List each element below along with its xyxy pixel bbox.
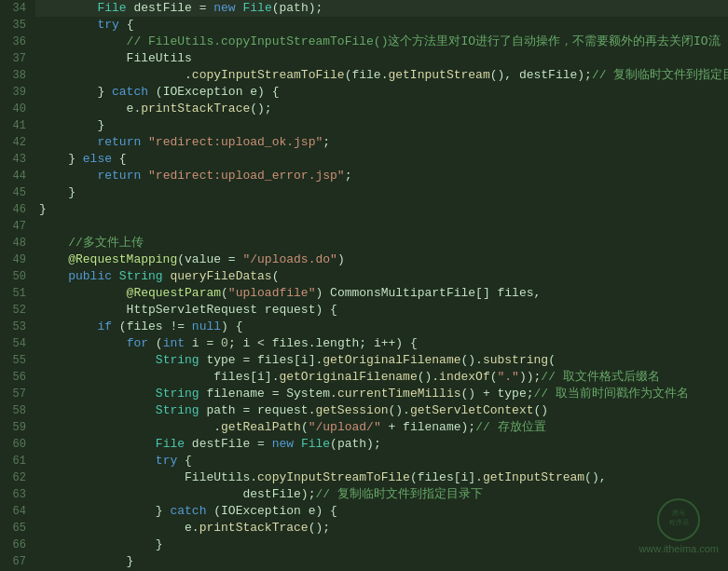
table-row: 34 File destFile = new File(path);: [0, 0, 728, 17]
line-number: 55: [0, 352, 35, 369]
code-line-content: }: [35, 184, 728, 201]
line-number: 38: [0, 67, 35, 84]
code-line-content: for (int i = 0; i < files.length; i++) {: [35, 335, 728, 352]
table-row: 56 files[i].getOriginalFilename().indexO…: [0, 369, 728, 386]
table-row: 57 String filename = System.currentTimeM…: [0, 386, 728, 402]
line-number: 64: [0, 503, 35, 520]
table-row: 46}: [0, 201, 728, 218]
table-row: 59 .getRealPath("/upload/" + filename);/…: [0, 419, 728, 436]
code-line-content: }: [35, 553, 728, 570]
code-line-content: .getRealPath("/upload/" + filename);// 存…: [35, 419, 728, 436]
line-number: 59: [0, 419, 35, 436]
code-line-content: public String queryFileDatas(: [35, 268, 728, 285]
watermark-text: www.itheima.com: [639, 543, 719, 554]
table-row: 50 public String queryFileDatas(: [0, 268, 728, 285]
code-line-content: FileUtils.copyInputStreamToFile(files[i]…: [35, 469, 728, 486]
code-line-content: File destFile = new File(path);: [35, 0, 728, 17]
line-number: 50: [0, 268, 35, 285]
line-number: 58: [0, 402, 35, 419]
table-row: 47: [0, 218, 728, 235]
line-number: 35: [0, 17, 35, 34]
table-row: 54 for (int i = 0; i < files.length; i++…: [0, 335, 728, 352]
code-line-content: //多文件上传: [35, 235, 728, 252]
line-number: 49: [0, 252, 35, 268]
code-line-content: destFile);// 复制临时文件到指定目录下: [35, 486, 728, 503]
table-row: 60 File destFile = new File(path);: [0, 436, 728, 453]
table-row: 66 }: [0, 537, 728, 553]
line-number: 53: [0, 319, 35, 335]
line-number: 62: [0, 469, 35, 486]
table-row: 38 .copyInputStreamToFile(file.getInputS…: [0, 67, 728, 84]
code-line-content: @RequestMapping(value = "/uploads.do"): [35, 252, 728, 268]
line-number: 34: [0, 0, 35, 17]
line-number: 42: [0, 134, 35, 151]
line-number: 61: [0, 453, 35, 469]
table-row: 53 if (files != null) {: [0, 319, 728, 335]
code-line-content: try {: [35, 17, 728, 34]
table-row: 42 return "redirect:upload_ok.jsp";: [0, 134, 728, 151]
table-row: 49 @RequestMapping(value = "/uploads.do"…: [0, 252, 728, 268]
code-line-content: .copyInputStreamToFile(file.getInputStre…: [35, 67, 728, 84]
line-number: 47: [0, 218, 35, 235]
code-line-content: }: [35, 117, 728, 134]
table-row: 55 String type = files[i].getOriginalFil…: [0, 352, 728, 369]
line-number: 43: [0, 151, 35, 168]
table-row: 37 FileUtils: [0, 50, 728, 67]
code-content: 34 File destFile = new File(path);35 try…: [0, 0, 728, 570]
table-row: 40 e.printStackTrace();: [0, 101, 728, 117]
code-line-content: }: [35, 537, 728, 553]
line-number: 48: [0, 235, 35, 252]
watermark: 黑马 程序员 www.itheima.com: [639, 496, 719, 554]
watermark-logo-icon: 黑马 程序员: [655, 496, 702, 543]
line-number: 41: [0, 117, 35, 134]
table-row: 43 } else {: [0, 151, 728, 168]
code-line-content: // FileUtils.copyInputStreamToFile()这个方法…: [35, 34, 728, 50]
line-number: 57: [0, 386, 35, 402]
line-number: 65: [0, 520, 35, 537]
line-number: 54: [0, 335, 35, 352]
code-line-content: HttpServletRequest request) {: [35, 302, 728, 319]
table-row: 58 String path = request.getSession().ge…: [0, 402, 728, 419]
code-line-content: if (files != null) {: [35, 319, 728, 335]
table-row: 35 try {: [0, 17, 728, 34]
code-line-content: } else {: [35, 151, 728, 168]
table-row: 39 } catch (IOException e) {: [0, 84, 728, 101]
line-number: 40: [0, 101, 35, 117]
code-line-content: FileUtils: [35, 50, 728, 67]
table-row: 52 HttpServletRequest request) {: [0, 302, 728, 319]
table-row: 61 try {: [0, 453, 728, 469]
table-row: 45 }: [0, 184, 728, 201]
svg-text:程序员: 程序员: [669, 519, 689, 525]
code-line-content: try {: [35, 453, 728, 469]
line-number: 36: [0, 34, 35, 50]
code-line-content: String path = request.getSession().getSe…: [35, 402, 728, 419]
code-line-content: } catch (IOException e) {: [35, 503, 728, 520]
code-line-content: [35, 218, 728, 235]
line-number: 37: [0, 50, 35, 67]
table-row: 41 }: [0, 117, 728, 134]
table-row: 36 // FileUtils.copyInputStreamToFile()这…: [0, 34, 728, 50]
line-number: 45: [0, 184, 35, 201]
code-line-content: String type = files[i].getOriginalFilena…: [35, 352, 728, 369]
code-line-content: return "redirect:upload_ok.jsp";: [35, 134, 728, 151]
table-row: 65 e.printStackTrace();: [0, 520, 728, 537]
table-row: 64 } catch (IOException e) {: [0, 503, 728, 520]
svg-text:黑马: 黑马: [672, 510, 685, 516]
table-row: 67 }: [0, 553, 728, 570]
table-row: 48 //多文件上传: [0, 235, 728, 252]
line-number: 56: [0, 369, 35, 386]
line-number: 46: [0, 201, 35, 218]
code-editor: 34 File destFile = new File(path);35 try…: [0, 0, 728, 571]
line-number: 51: [0, 285, 35, 302]
line-number: 66: [0, 537, 35, 553]
table-row: 63 destFile);// 复制临时文件到指定目录下: [0, 486, 728, 503]
code-line-content: e.printStackTrace();: [35, 101, 728, 117]
table-row: 51 @RequestParam("uploadfile") CommonsMu…: [0, 285, 728, 302]
table-row: 44 return "redirect:upload_error.jsp";: [0, 168, 728, 184]
line-number: 63: [0, 486, 35, 503]
code-line-content: @RequestParam("uploadfile") CommonsMulti…: [35, 285, 728, 302]
code-line-content: File destFile = new File(path);: [35, 436, 728, 453]
line-number: 39: [0, 84, 35, 101]
line-number: 67: [0, 553, 35, 570]
code-line-content: files[i].getOriginalFilename().indexOf("…: [35, 369, 728, 386]
